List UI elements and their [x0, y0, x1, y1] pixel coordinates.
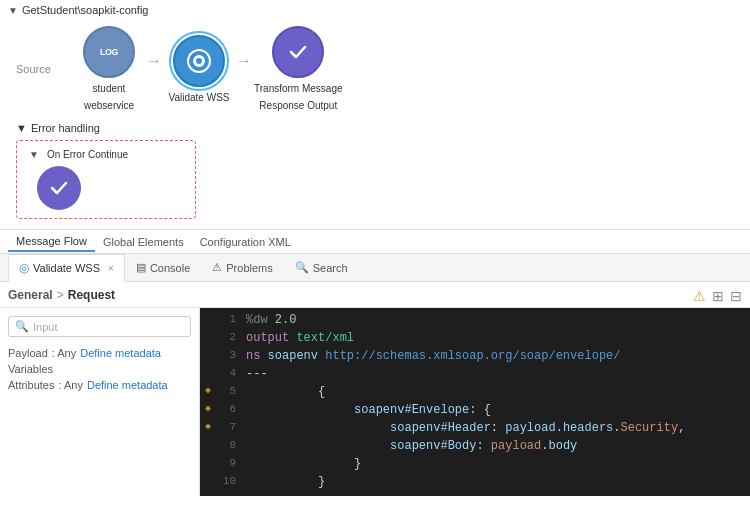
line-num-1: 1: [216, 312, 246, 325]
line-content-2: output text/xml: [246, 330, 750, 345]
payload-type: : Any: [52, 347, 76, 359]
nav-tab-global-elements[interactable]: Global Elements: [95, 233, 192, 251]
variables-label: Variables: [8, 363, 53, 375]
code-line-4: 4 ---: [200, 366, 750, 384]
general-header: General > Request ⚠ ⊞ ⊟: [0, 282, 750, 308]
line-content-5: {: [246, 384, 750, 399]
warning-icon[interactable]: ⚠: [693, 288, 706, 304]
line-num-2: 2: [216, 330, 246, 343]
logger-label-line2: webservice: [84, 99, 134, 112]
code-editor[interactable]: 1 %dw 2.0 2 output text/xml 3 ns soapenv…: [200, 308, 750, 496]
tab-problems[interactable]: ⚠ Problems: [201, 254, 283, 282]
search-placeholder: Input: [33, 321, 57, 333]
line-content-3: ns soapenv http://schemas.xmlsoap.org/so…: [246, 348, 750, 363]
line-num-9: 9: [216, 456, 246, 469]
code-line-3: 3 ns soapenv http://schemas.xmlsoap.org/…: [200, 348, 750, 366]
transform-icon: [285, 39, 311, 65]
line-content-10: }: [246, 474, 750, 489]
tab-validate-label: Validate WSS: [33, 262, 100, 274]
code-line-6: ◈ 6 soapenv#Envelope: {: [200, 402, 750, 420]
flow-area: ▼ GetStudent\soapkit-config Source LOG s…: [0, 0, 750, 230]
line-indicator-7: ◈: [200, 420, 216, 432]
payload-label: Payload: [8, 347, 48, 359]
validate-circle: [173, 35, 225, 87]
line-num-4: 4: [216, 366, 246, 379]
payload-row: Payload : Any Define metadata: [8, 345, 191, 361]
line-indicator-6: ◈: [200, 402, 216, 414]
nav-tab-message-flow[interactable]: Message Flow: [8, 232, 95, 252]
code-line-5: ◈ 5 {: [200, 384, 750, 402]
error-section: ▼ Error handling ▼ On Error Continue: [0, 120, 750, 221]
search-icon: 🔍: [15, 320, 29, 333]
line-num-8: 8: [216, 438, 246, 451]
left-panel: 🔍 Input Payload : Any Define metadata Va…: [0, 308, 200, 496]
line-content-4: ---: [246, 366, 750, 381]
error-box-label: On Error Continue: [47, 149, 128, 160]
line-content-1: %dw 2.0: [246, 312, 750, 327]
breadcrumb-general: General: [8, 288, 53, 302]
logger-icon-text: LOG: [100, 47, 118, 57]
flow-nodes: LOG student webservice → Validate WSS: [74, 26, 343, 112]
flow-node-logger[interactable]: LOG student webservice: [74, 26, 144, 112]
line-num-3: 3: [216, 348, 246, 361]
line-indicator-5: ◈: [200, 384, 216, 396]
nav-tabs-bar: Message Flow Global Elements Configurati…: [0, 230, 750, 254]
tab-search-icon: 🔍: [295, 261, 309, 274]
attributes-define-link[interactable]: Define metadata: [87, 379, 168, 391]
arrow-2: →: [236, 52, 252, 70]
tab-console[interactable]: ▤ Console: [125, 254, 201, 282]
svg-point-2: [196, 58, 202, 64]
logger-label-line1: student: [93, 82, 126, 95]
line-num-10: 10: [216, 474, 246, 487]
error-box-triangle: ▼: [29, 149, 39, 160]
transform-label-line1: Transform Message: [254, 82, 343, 95]
tab-search[interactable]: 🔍 Search: [284, 254, 359, 282]
line-content-8: soapenv#Body: payload.body: [246, 438, 750, 453]
transform-label-line2: Response Output: [259, 99, 337, 112]
code-line-1: 1 %dw 2.0: [200, 312, 750, 330]
tab-problems-label: Problems: [226, 262, 272, 274]
attributes-label: Attributes: [8, 379, 54, 391]
breadcrumb-separator: >: [57, 288, 64, 302]
code-line-8: 8 soapenv#Body: payload.body: [200, 438, 750, 456]
validate-label: Validate WSS: [169, 91, 230, 104]
code-area: 1 %dw 2.0 2 output text/xml 3 ns soapenv…: [200, 308, 750, 496]
code-line-2: 2 output text/xml: [200, 330, 750, 348]
code-line-9: 9 }: [200, 456, 750, 474]
line-num-7: 7: [216, 420, 246, 433]
editor-container: 🔍 Input Payload : Any Define metadata Va…: [0, 308, 750, 496]
error-continue-box[interactable]: ▼ On Error Continue: [16, 140, 196, 219]
error-circle: [37, 166, 81, 210]
code-line-7: ◈ 7 soapenv#Header: payload.headers.Secu…: [200, 420, 750, 438]
error-header-label: Error handling: [31, 122, 100, 134]
flow-title: GetStudent\soapkit-config: [22, 4, 149, 16]
error-header: ▼ Error handling: [16, 122, 734, 134]
tab-problems-icon: ⚠: [212, 261, 222, 274]
line-content-7: soapenv#Header: payload.headers.Security…: [246, 420, 750, 435]
line-num-5: 5: [216, 384, 246, 397]
flow-node-transform[interactable]: Transform Message Response Output: [254, 26, 343, 112]
grid-icon[interactable]: ⊞: [712, 288, 724, 304]
tab-console-icon: ▤: [136, 261, 146, 274]
flow-header: ▼ GetStudent\soapkit-config: [0, 0, 750, 20]
source-row: Source LOG student webservice →: [0, 20, 750, 118]
validate-icon: [185, 47, 213, 75]
tab-console-label: Console: [150, 262, 190, 274]
variables-row: Variables: [8, 361, 191, 377]
search-box[interactable]: 🔍 Input: [8, 316, 191, 337]
editor-tabs-bar: ◎ Validate WSS × ▤ Console ⚠ Problems 🔍 …: [0, 254, 750, 282]
tab-validate-wss[interactable]: ◎ Validate WSS ×: [8, 254, 125, 282]
breadcrumb-request: Request: [68, 288, 115, 302]
transform-circle: [272, 26, 324, 78]
nav-tab-configuration-xml[interactable]: Configuration XML: [192, 233, 299, 251]
line-num-6: 6: [216, 402, 246, 415]
error-node[interactable]: [37, 166, 81, 210]
flow-collapse-triangle[interactable]: ▼: [8, 5, 18, 16]
tab-validate-close[interactable]: ×: [108, 263, 114, 274]
error-collapse-triangle[interactable]: ▼: [16, 122, 27, 134]
payload-define-link[interactable]: Define metadata: [80, 347, 161, 359]
flow-node-validate[interactable]: Validate WSS: [164, 35, 234, 104]
error-node-icon: [48, 177, 70, 199]
line-content-6: soapenv#Envelope: {: [246, 402, 750, 417]
split-icon[interactable]: ⊟: [730, 288, 742, 304]
